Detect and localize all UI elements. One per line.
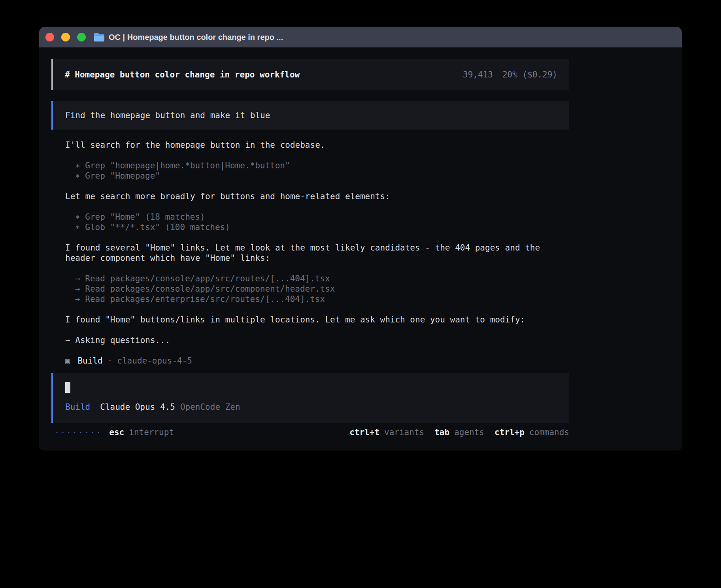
assistant-message: I found several "Home" links. Let me loo…	[65, 243, 569, 263]
shortcut-label: commands	[529, 427, 569, 437]
assistant-message: Let me search more broadly for buttons a…	[65, 191, 569, 202]
session-column: # Homepage button color change in repo w…	[51, 59, 569, 437]
shortcut-key: ctrl+t	[349, 427, 379, 437]
activity-indicator: ~ Asking questions...	[65, 335, 569, 345]
text-cursor	[65, 382, 70, 393]
session-header: # Homepage button color change in repo w…	[51, 59, 569, 90]
title-wrap: OC | Homepage button color change in rep…	[94, 33, 283, 42]
provider-label: OpenCode Zen	[180, 402, 240, 412]
shortcut-label: variants	[384, 427, 424, 437]
tool-call-line: ∗ Grep "Homepage"	[75, 171, 569, 181]
shortcut-key: ctrl+p	[495, 427, 525, 437]
tool-call-group: ∗ Grep "homepage|home.*button|Home.*butt…	[75, 160, 569, 181]
window-title: OC | Homepage button color change in rep…	[109, 33, 283, 42]
user-message-text: Find the homepage button and make it blu…	[65, 111, 270, 120]
tool-call-line: ∗ Glob "**/*.tsx" (100 matches)	[75, 222, 569, 232]
terminal-content: # Homepage button color change in repo w…	[39, 47, 682, 450]
agent-mode-label[interactable]: Build	[65, 402, 90, 412]
traffic-lights	[45, 33, 86, 41]
shortcut-key: tab	[434, 427, 449, 437]
tool-call-line: ∗ Grep "Home" (18 matches)	[75, 212, 569, 222]
desktop: { "window": { "title": "OC | Homepage bu…	[0, 0, 721, 588]
folder-icon	[94, 33, 104, 41]
tool-call-line: → Read packages/enterprise/src/routes/[.…	[75, 294, 569, 304]
spinner-icon: ········	[55, 427, 102, 437]
shortcut-variants: ctrl+t variants	[349, 427, 424, 437]
shortcut-label: interrupt	[129, 427, 174, 437]
context-cost: 20% ($0.29)	[502, 70, 557, 80]
terminal-window: OC | Homepage button color change in rep…	[39, 27, 682, 450]
zoom-button[interactable]	[77, 33, 86, 41]
agent-icon: ▣	[65, 356, 70, 366]
assistant-message: I'll search for the homepage button in t…	[65, 140, 569, 150]
status-bar: ········ esc interrupt ctrl+t variants t…	[51, 427, 569, 437]
token-count: 39,413	[463, 70, 493, 80]
shortcut-esc: esc interrupt	[109, 427, 174, 437]
session-meta: 39,413 20% ($0.29)	[463, 70, 557, 80]
assistant-message: I found "Home" buttons/links in multiple…	[65, 315, 569, 325]
prompt-input[interactable]: Build Claude Opus 4.5 OpenCode Zen	[51, 373, 569, 423]
tool-call-line: → Read packages/console/app/src/componen…	[75, 284, 569, 294]
agent-badge: ▣ Build · claude-opus-4-5	[65, 356, 569, 366]
tool-call-group: ∗ Grep "Home" (18 matches) ∗ Glob "**/*.…	[75, 212, 569, 232]
tool-call-group: → Read packages/console/app/src/routes/[…	[75, 273, 569, 304]
user-message: Find the homepage button and make it blu…	[51, 101, 569, 130]
shortcut-key: esc	[109, 427, 124, 437]
input-status-row: Build Claude Opus 4.5 OpenCode Zen	[65, 402, 557, 412]
shortcut-hints: ctrl+t variants tab agents ctrl+p comman…	[349, 427, 569, 437]
close-button[interactable]	[45, 33, 54, 41]
agent-separator: ·	[108, 356, 113, 366]
shortcut-commands: ctrl+p commands	[495, 427, 569, 437]
shortcut-agents: tab agents	[434, 427, 484, 437]
tool-call-line: ∗ Grep "homepage|home.*button|Home.*butt…	[75, 160, 569, 171]
session-title: # Homepage button color change in repo w…	[65, 70, 300, 80]
shortcut-label: agents	[454, 427, 484, 437]
agent-name: Build	[77, 356, 102, 366]
window-titlebar: OC | Homepage button color change in rep…	[39, 27, 682, 47]
model-label: Claude Opus 4.5	[100, 402, 175, 412]
tool-call-line: → Read packages/console/app/src/routes/[…	[75, 273, 569, 284]
agent-model: claude-opus-4-5	[117, 356, 192, 366]
minimize-button[interactable]	[61, 33, 70, 41]
